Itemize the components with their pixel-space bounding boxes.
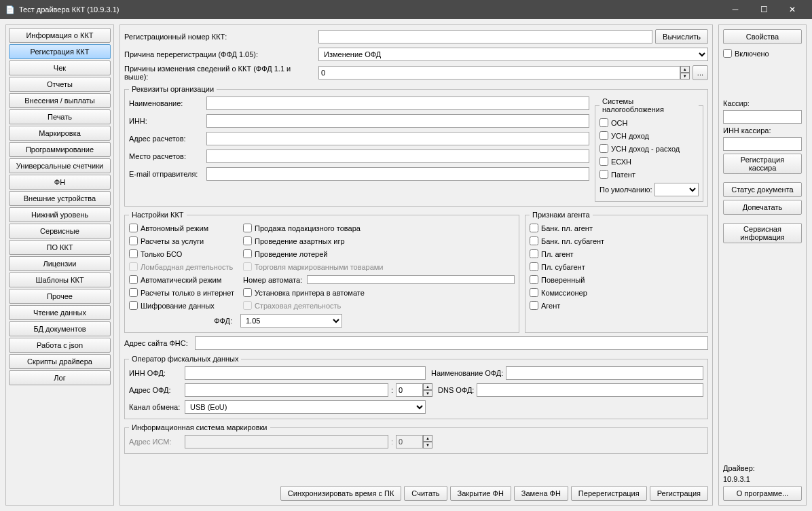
cashier-input[interactable] [723, 110, 802, 124]
sidebar-item-6[interactable]: Маркировка [9, 126, 111, 141]
kkt-cb[interactable] [129, 224, 138, 232]
spin-up-icon[interactable]: ▲ [423, 383, 432, 390]
sidebar-item-14[interactable]: Лицензии [9, 256, 111, 271]
org-legend: Реквизиты организации [129, 85, 217, 93]
cashier-label: Кассир: [723, 99, 802, 107]
tax-cb-4[interactable] [599, 170, 608, 179]
kkt-cb-label: Продажа подакцизного товара [255, 224, 361, 232]
ffd-select[interactable]: 1.05 [240, 314, 342, 328]
agent-cb-4[interactable] [530, 275, 538, 284]
agent-cb-6[interactable] [530, 301, 538, 310]
kkt-cb [243, 262, 252, 271]
sidebar-item-18[interactable]: БД документов [9, 321, 111, 336]
sidebar-item-2[interactable]: Чек [9, 60, 111, 75]
sidebar-item-17[interactable]: Чтение данных [9, 305, 111, 320]
sidebar-item-5[interactable]: Печать [9, 109, 111, 124]
agent-cb-5[interactable] [530, 288, 538, 297]
agent-cb-3[interactable] [530, 262, 538, 271]
cashier-inn-input[interactable] [723, 137, 802, 151]
sidebar-item-20[interactable]: Скрипты драйвера [9, 354, 111, 369]
sidebar-item-15[interactable]: Шаблоны ККТ [9, 272, 111, 287]
close-button[interactable]: ✕ [778, 0, 807, 19]
maximize-button[interactable]: ☐ [750, 0, 778, 19]
minimize-button[interactable]: ─ [721, 0, 750, 19]
sidebar-item-10[interactable]: Внешние устройства [9, 191, 111, 206]
reg-num-input[interactable] [318, 30, 652, 43]
rereg-reason-select[interactable]: Изменение ОФД [318, 48, 708, 61]
enabled-checkbox[interactable] [723, 49, 732, 58]
sidebar-item-1[interactable]: Регистрация ККТ [9, 44, 111, 59]
sidebar-item-21[interactable]: Лог [9, 370, 111, 385]
doc-status-button[interactable]: Статус документа [723, 182, 802, 197]
ism-fieldset: Информационная система маркировки Адрес … [124, 423, 708, 454]
org-addr-input[interactable] [206, 132, 589, 145]
reg-cashier-button[interactable]: Регистрация кассира [723, 154, 802, 174]
action-2[interactable]: Закрытие ФН [450, 486, 511, 501]
calc-button[interactable]: Вычислить [655, 29, 708, 44]
sidebar-item-12[interactable]: Сервисные [9, 224, 111, 239]
sidebar-item-7[interactable]: Программирование [9, 142, 111, 157]
tax-cb-1[interactable] [599, 131, 608, 140]
kkt-cb-label: Проведение лотерей [255, 250, 328, 258]
about-button[interactable]: О программе... [723, 486, 802, 501]
tax-cb-label: УСН доход [611, 132, 649, 140]
agent-fieldset: Признаки агента Банк. пл. агентБанк. пл.… [525, 211, 708, 333]
tax-cb-3[interactable] [599, 157, 608, 166]
action-4[interactable]: Перерегистрация [571, 486, 647, 501]
reprint-button[interactable]: Допечатать [723, 200, 802, 215]
kkt-cb[interactable] [129, 288, 138, 297]
tax-cb-2[interactable] [599, 144, 608, 153]
kkt-cb-label: Автоматический режим [141, 276, 221, 284]
sidebar-item-9[interactable]: ФН [9, 175, 111, 190]
sidebar-item-0[interactable]: Информация о ККТ [9, 28, 111, 43]
tax-default-select[interactable] [654, 183, 699, 196]
ofd-dns-input[interactable] [477, 383, 703, 397]
action-5[interactable]: Регистрация [650, 486, 708, 501]
sidebar-item-13[interactable]: ПО ККТ [9, 240, 111, 255]
ofd-inn-input[interactable] [185, 366, 426, 380]
automaton-num-input[interactable] [307, 275, 515, 284]
kkt-cb[interactable] [129, 301, 138, 310]
tax-cb-0[interactable] [599, 118, 608, 127]
org-email-input[interactable] [206, 167, 589, 181]
kkt-cb[interactable] [129, 275, 138, 284]
action-1[interactable]: Считать [404, 486, 447, 501]
org-inn-input[interactable] [206, 114, 589, 128]
sidebar-item-4[interactable]: Внесения / выплаты [9, 93, 111, 108]
ofd-channel-select[interactable]: USB (EoU) [185, 400, 426, 414]
sidebar-item-3[interactable]: Отчеты [9, 77, 111, 92]
agent-cb-1[interactable] [530, 236, 538, 245]
action-3[interactable]: Замена ФН [514, 486, 568, 501]
props-button[interactable]: Свойства [723, 29, 802, 44]
kkt-cb[interactable] [243, 224, 252, 232]
spin-down-icon[interactable]: ▼ [680, 73, 690, 80]
kkt-cb[interactable] [243, 236, 252, 245]
ofd-addr-input[interactable] [185, 383, 388, 397]
agent-cb-2[interactable] [530, 249, 538, 258]
agent-cb-0[interactable] [530, 224, 538, 232]
ofd-name-input[interactable] [506, 366, 703, 380]
kkt-cb[interactable] [129, 249, 138, 258]
more-button[interactable]: ... [693, 65, 708, 80]
kkt-cb[interactable] [243, 288, 252, 297]
sidebar-item-19[interactable]: Работа с json [9, 338, 111, 353]
sidebar-item-8[interactable]: Универсальные счетчики [9, 158, 111, 173]
kkt-cb[interactable] [129, 236, 138, 245]
sidebar-item-16[interactable]: Прочее [9, 289, 111, 304]
ofd-port-input[interactable] [396, 383, 423, 397]
org-place-input[interactable] [206, 149, 589, 163]
sidebar-item-11[interactable]: Нижний уровень [9, 207, 111, 222]
change-reasons-input[interactable] [318, 66, 680, 80]
org-name-input[interactable] [206, 96, 589, 110]
service-info-button[interactable]: Сервисная информация [723, 223, 802, 243]
spin-down-icon[interactable]: ▼ [423, 390, 432, 397]
spin-down-icon: ▼ [423, 442, 432, 448]
spin-up-icon[interactable]: ▲ [680, 66, 690, 73]
ofd-channel-label: Канал обмена: [129, 403, 182, 411]
kkt-cb-label: Расчеты за услуги [141, 237, 204, 245]
ofd-inn-label: ИНН ОФД: [129, 369, 182, 377]
kkt-cb[interactable] [243, 249, 252, 258]
fns-input[interactable] [195, 336, 708, 350]
action-0[interactable]: Синхронизировать время с ПК [280, 486, 402, 501]
ofd-addr-label: Адрес ОФД: [129, 386, 182, 394]
